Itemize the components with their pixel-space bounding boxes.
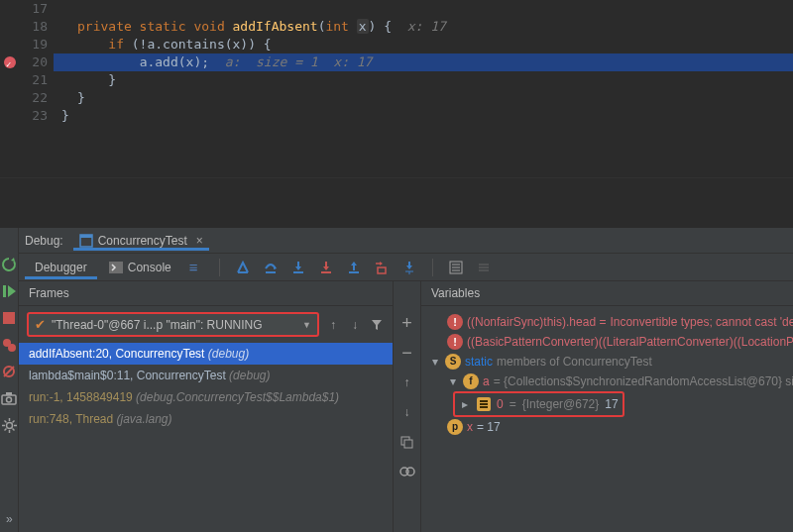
caret-down-icon[interactable]: ▾ <box>447 372 459 391</box>
error-icon: ! <box>447 314 463 330</box>
debug-tabs: Debugger Console ≡ <box>19 254 793 281</box>
field-icon: f <box>463 373 479 389</box>
filter-icon[interactable] <box>369 317 385 333</box>
step-toolbar <box>215 259 493 276</box>
settings-icon[interactable] <box>0 416 18 434</box>
rerun-icon[interactable] <box>0 256 18 273</box>
variables-title: Variables <box>421 281 793 306</box>
array-element-icon <box>477 397 491 411</box>
expand-icon[interactable]: » <box>6 512 13 526</box>
line-number: 17 <box>0 0 48 18</box>
svg-rect-29 <box>378 267 386 273</box>
tab-console[interactable]: Console <box>99 257 181 278</box>
variable-row[interactable]: ! ((BasicPatternConverter)((LiteralPatte… <box>429 332 793 352</box>
move-up-icon[interactable]: ↑ <box>399 374 415 390</box>
line-number: 21 <box>0 71 48 89</box>
variable-row[interactable]: ▾ f a = {Collections$SynchronizedRandomA… <box>429 372 793 391</box>
variable-row[interactable]: p x = 17 <box>429 417 793 437</box>
svg-rect-7 <box>6 392 12 395</box>
svg-point-8 <box>7 397 12 402</box>
breakpoint-icon[interactable] <box>4 56 16 68</box>
show-execution-point-icon[interactable] <box>234 259 252 276</box>
variable-row[interactable]: ▾ S static members of ConcurrencyTest <box>429 352 793 372</box>
code-editor[interactable]: 17 18 19 20 21 22 23 private static void… <box>0 0 793 178</box>
frame-item[interactable]: run:748, Thread (java.lang) <box>19 408 393 430</box>
svg-point-9 <box>6 422 12 428</box>
svg-line-15 <box>12 428 14 430</box>
debug-label: Debug: <box>25 234 63 248</box>
caret-right-icon[interactable]: ▸ <box>459 394 471 414</box>
line-number: 20 <box>0 53 48 71</box>
debug-left-toolbar <box>0 228 19 532</box>
variables-toolbar: + − ↑ ↓ <box>394 281 421 532</box>
debug-tool-window: Debug: ConcurrencyTest × Debugger Consol… <box>0 228 793 532</box>
parameter-icon: p <box>447 419 463 435</box>
step-into-icon[interactable] <box>289 259 307 276</box>
show-watches-icon[interactable] <box>399 464 415 479</box>
svg-rect-42 <box>404 440 412 448</box>
tab-debugger[interactable]: Debugger <box>25 257 97 278</box>
evaluate-expression-icon[interactable] <box>447 259 465 276</box>
trace-current-stream-chain-icon[interactable] <box>475 259 493 276</box>
application-icon <box>79 234 93 248</box>
line-number: 23 <box>0 107 48 125</box>
view-breakpoints-icon[interactable] <box>0 336 18 354</box>
svg-rect-0 <box>3 285 6 297</box>
close-icon[interactable]: × <box>196 234 203 248</box>
highlighted-variable: ▸ 0 = {Integer@672} 17 <box>453 391 624 417</box>
run-to-cursor-icon[interactable] <box>400 259 418 276</box>
svg-line-14 <box>4 420 6 422</box>
frames-title: Frames <box>19 281 393 306</box>
line-number: 18 <box>0 18 48 36</box>
add-watch-icon[interactable]: + <box>399 315 415 331</box>
duplicate-watch-icon[interactable] <box>399 434 415 450</box>
debug-header: Debug: ConcurrencyTest × <box>19 228 793 254</box>
code-area[interactable]: private static void addIfAbsent(int x) {… <box>54 0 793 177</box>
svg-rect-19 <box>80 235 92 238</box>
variable-row[interactable]: ▸ 0 = {Integer@672} 17 <box>429 391 793 417</box>
thread-selector[interactable]: ✔ "Thread-0"@667 i...p "main": RUNNING ▼ <box>27 312 319 337</box>
prev-frame-icon[interactable]: ↑ <box>325 317 341 333</box>
chevron-down-icon: ▼ <box>302 320 311 330</box>
remove-watch-icon[interactable]: − <box>399 345 415 361</box>
camera-icon[interactable] <box>0 389 18 407</box>
line-number: 19 <box>0 36 48 53</box>
run-config-tab[interactable]: ConcurrencyTest × <box>73 232 209 250</box>
error-icon: ! <box>447 334 463 350</box>
variables-tree[interactable]: ! ((NonfairSync)this).head = Inconvertib… <box>421 306 793 443</box>
drop-frame-icon[interactable] <box>373 259 391 276</box>
frame-item[interactable]: run:-1, 1458849419 (debug.ConcurrencyTes… <box>19 386 393 408</box>
frames-list: addIfAbsent:20, ConcurrencyTest (debug) … <box>19 343 393 532</box>
stop-icon[interactable] <box>0 309 18 327</box>
move-down-icon[interactable]: ↓ <box>399 404 415 420</box>
static-icon: S <box>445 354 461 370</box>
gutter: 17 18 19 20 21 22 23 <box>0 0 54 177</box>
caret-down-icon[interactable]: ▾ <box>429 352 441 372</box>
svg-line-17 <box>12 420 14 422</box>
svg-point-3 <box>8 344 16 352</box>
check-icon: ✔ <box>35 317 46 332</box>
resume-icon[interactable] <box>0 282 18 300</box>
step-out-icon[interactable] <box>345 259 363 276</box>
frame-item[interactable]: addIfAbsent:20, ConcurrencyTest (debug) <box>19 343 393 365</box>
frame-item[interactable]: lambda$main$0:11, ConcurrencyTest (debug… <box>19 365 393 386</box>
line-number: 22 <box>0 89 48 107</box>
variables-pane: Variables ! ((NonfairSync)this).head = I… <box>421 281 793 532</box>
next-frame-icon[interactable]: ↓ <box>347 317 363 333</box>
force-step-into-icon[interactable] <box>317 259 335 276</box>
step-over-icon[interactable] <box>262 259 280 276</box>
svg-point-44 <box>406 468 414 476</box>
console-icon <box>109 262 123 273</box>
svg-line-16 <box>4 428 6 430</box>
svg-rect-1 <box>3 312 15 324</box>
variable-row[interactable]: ! ((NonfairSync)this).head = Inconvertib… <box>429 312 793 332</box>
frames-pane: Frames ✔ "Thread-0"@667 i...p "main": RU… <box>19 281 394 532</box>
mute-breakpoints-icon[interactable] <box>0 363 18 380</box>
